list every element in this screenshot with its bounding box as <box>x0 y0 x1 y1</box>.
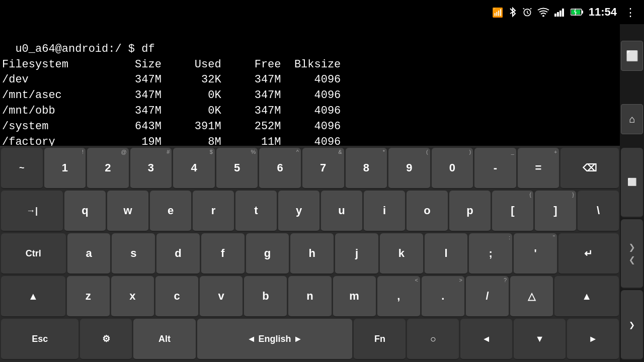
key-d[interactable]: d <box>156 233 200 275</box>
svg-line-3 <box>523 9 524 10</box>
key-2[interactable]: 2@ <box>87 148 129 189</box>
battery-icon <box>571 8 584 16</box>
down-arrow-key[interactable]: ▼ <box>514 319 566 360</box>
key-v[interactable]: v <box>200 276 243 317</box>
home-circle-key[interactable]: ○ <box>407 319 459 360</box>
key-bracket-close[interactable]: ]} <box>535 191 576 232</box>
keyboard-row-asdf: Ctrl a s d f g h j k l ;: '" ↵ <box>1 233 619 275</box>
keyboard-side-right: ⬜ ❯❮ ❯ <box>620 146 644 362</box>
svg-line-4 <box>530 9 532 10</box>
kb-window-button[interactable]: ⬜ <box>621 148 643 218</box>
home-button[interactable]: ⌂ <box>621 104 643 134</box>
enter-key[interactable]: ↵ <box>558 233 619 275</box>
shift-right-key[interactable]: ▲ <box>554 276 619 317</box>
kb-nav-button[interactable]: ❯❮ <box>621 219 643 289</box>
key-o[interactable]: o <box>407 191 448 232</box>
key-l[interactable]: l <box>425 233 468 275</box>
svg-rect-8 <box>559 11 561 17</box>
keyboard-row-bottom: Esc ⚙ Alt ◄ English ► Fn ○ ◄ ▼ ► <box>1 319 619 360</box>
key-j[interactable]: j <box>335 233 378 275</box>
wifi-icon <box>537 8 549 17</box>
language-selector[interactable]: ◄ English ► <box>197 319 353 360</box>
key-0[interactable]: 0) <box>432 148 473 189</box>
kb-down-icon[interactable]: ❯ <box>621 290 643 360</box>
left-arrow-key[interactable]: ◄ <box>460 319 512 360</box>
bluetooth-icon <box>508 7 517 18</box>
tab-key[interactable]: →| <box>1 191 63 232</box>
key-i[interactable]: i <box>364 191 405 232</box>
key-c[interactable]: c <box>155 276 198 317</box>
backspace-key[interactable]: ⌫ <box>560 148 619 189</box>
shift-left-key[interactable]: ▲ <box>1 276 65 317</box>
right-arrow-key[interactable]: ► <box>567 319 619 360</box>
up-arrow-key[interactable]: △ <box>510 276 553 317</box>
key-x[interactable]: x <box>111 276 154 317</box>
settings-key[interactable]: ⚙ <box>80 319 132 360</box>
svg-rect-6 <box>554 14 556 17</box>
key-semicolon[interactable]: ;: <box>469 233 512 275</box>
key-e[interactable]: e <box>150 191 191 232</box>
key-k[interactable]: k <box>380 233 423 275</box>
key-m[interactable]: m <box>333 276 376 317</box>
key-equals[interactable]: =+ <box>518 148 559 189</box>
key-u[interactable]: u <box>321 191 362 232</box>
key-q[interactable]: q <box>64 191 106 232</box>
key-3[interactable]: 3# <box>130 148 172 189</box>
window-button[interactable]: ⬜ <box>621 41 643 71</box>
key-b[interactable]: b <box>244 276 287 317</box>
side-navigation: ⬜ ⌂ <box>620 24 644 151</box>
key-backslash[interactable]: \ <box>578 191 619 232</box>
keyboard-row-zxcv: ▲ z x c v b n m ,< .> /? △ ▲ <box>1 276 619 317</box>
key-z[interactable]: z <box>67 276 110 317</box>
status-bar: 📶 11:54 ⋮ <box>0 0 644 24</box>
key-r[interactable]: r <box>193 191 234 232</box>
key-t[interactable]: t <box>235 191 277 232</box>
key-w[interactable]: w <box>107 191 148 232</box>
alt-key[interactable]: Alt <box>133 319 195 360</box>
svg-line-2 <box>527 13 529 14</box>
key-bracket-open[interactable]: [{ <box>492 191 533 232</box>
key-8[interactable]: 8* <box>346 148 387 189</box>
signal-icon <box>554 8 566 17</box>
alarm-icon <box>522 7 532 17</box>
key-comma[interactable]: ,< <box>377 276 420 317</box>
key-5[interactable]: 5% <box>216 148 258 189</box>
esc-key[interactable]: Esc <box>1 319 78 360</box>
svg-rect-7 <box>557 12 559 17</box>
ctrl-key[interactable]: Ctrl <box>1 233 66 275</box>
keyboard-row-numbers: ~ 1! 2@ 3# 4$ 5% 6^ 7& 8* 9( 0) -_ =+ ⌫ <box>1 148 619 189</box>
key-h[interactable]: h <box>290 233 334 275</box>
key-f[interactable]: f <box>201 233 245 275</box>
key-6[interactable]: 6^ <box>259 148 301 189</box>
key-quote[interactable]: '" <box>514 233 557 275</box>
key-n[interactable]: n <box>288 276 331 317</box>
key-a[interactable]: a <box>67 233 111 275</box>
svg-rect-11 <box>582 11 583 14</box>
key-minus[interactable]: -_ <box>474 148 516 189</box>
keyboard: ~ 1! 2@ 3# 4$ 5% 6^ 7& 8* 9( 0) -_ =+ ⌫ … <box>0 146 620 362</box>
key-7[interactable]: 7& <box>302 148 344 189</box>
svg-rect-9 <box>562 9 564 17</box>
fn-key[interactable]: Fn <box>354 319 406 360</box>
key-tilde[interactable]: ~ <box>1 148 43 189</box>
bluetooth-icon: 📶 <box>492 7 503 18</box>
time-display: 11:54 <box>589 6 617 19</box>
key-9[interactable]: 9( <box>388 148 430 189</box>
keyboard-row-qwerty: →| q w e r t y u i o p [{ ]} \ <box>1 191 619 232</box>
key-s[interactable]: s <box>112 233 155 275</box>
key-g[interactable]: g <box>246 233 289 275</box>
svg-point-5 <box>542 15 544 17</box>
overflow-menu-icon[interactable]: ⋮ <box>625 6 636 19</box>
key-4[interactable]: 4$ <box>173 148 215 189</box>
key-p[interactable]: p <box>449 191 491 232</box>
key-y[interactable]: y <box>278 191 319 232</box>
key-period[interactable]: .> <box>422 276 464 317</box>
key-slash[interactable]: /? <box>466 276 509 317</box>
key-1[interactable]: 1! <box>44 148 86 189</box>
